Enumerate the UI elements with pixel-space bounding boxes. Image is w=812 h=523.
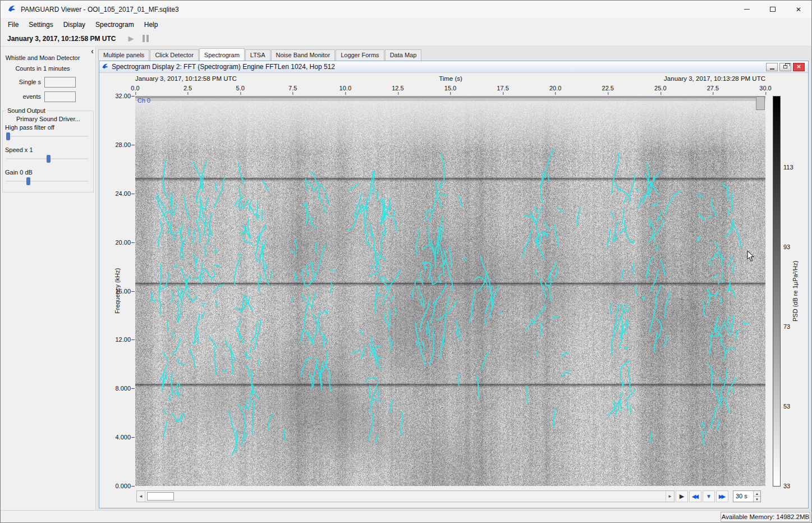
playback-control-bar: ◄ ► ▶ ◀◀ ▼ ▶▶ 30 s ▲ ▼	[99, 489, 808, 504]
time-tick-label: 25.0	[654, 85, 666, 91]
maximize-button[interactable]	[760, 1, 786, 19]
close-icon: ✕	[796, 6, 801, 13]
start-time-label: January 3, 2017, 10:12:58 PM UTC	[135, 75, 237, 82]
menu-spectrogram[interactable]: Spectrogram	[90, 19, 139, 30]
end-time-label: January 3, 2017, 10:13:28 PM UTC	[664, 75, 765, 82]
time-tick-label: 20.0	[549, 85, 561, 91]
time-tick-label: 30.0	[759, 85, 771, 91]
menu-display[interactable]: Display	[58, 19, 90, 30]
spectrogram-plot[interactable]: Ch 0	[135, 96, 765, 486]
close-button[interactable]: ✕	[786, 1, 811, 19]
available-memory: Available Memory: 14982.2MB	[721, 512, 810, 522]
time-tick-label: 17.5	[497, 85, 508, 91]
time-tick-label: 5.0	[236, 85, 245, 91]
channel-label: Ch 0	[137, 97, 150, 104]
tab-logger-forms[interactable]: Logger Forms	[336, 49, 384, 61]
tab-ltsa[interactable]: LTSA	[245, 49, 270, 61]
menu-settings[interactable]: Settings	[24, 19, 58, 30]
whistle-detector-title: Whistle and Moan Detector	[1, 54, 85, 61]
duration-value[interactable]: 30 s	[733, 491, 753, 502]
app-window: { "window": { "title": "PAMGUARD Viewer …	[0, 0, 812, 523]
play-icon[interactable]: ▶	[128, 34, 134, 43]
tab-multiple-panels[interactable]: Multiple panels	[98, 49, 149, 61]
close-icon: ✕	[797, 64, 801, 70]
high-pass-slider[interactable]	[5, 132, 90, 141]
sound-output-title: Sound Output	[6, 107, 47, 114]
time-tick-label: 27.5	[707, 85, 719, 91]
spinner-up-icon[interactable]: ▲	[754, 491, 760, 497]
window-controls: ✕	[734, 1, 811, 19]
sound-driver-label: Primary Sound Driver...	[16, 116, 80, 122]
tab-spectrogram[interactable]: Spectrogram	[199, 48, 245, 61]
counts-label: Counts in 1 minutes	[1, 65, 85, 72]
time-scrollbar[interactable]: ◄ ►	[136, 490, 675, 502]
side-panel: ‹ Whistle and Moan Detector Counts in 1 …	[1, 47, 96, 510]
minimize-button[interactable]	[734, 1, 760, 19]
slider-thumb[interactable]	[26, 177, 30, 185]
step-down-button[interactable]: ▼	[703, 490, 715, 502]
scroll-left-icon[interactable]: ◄	[137, 491, 145, 502]
display-window-title: Spectrogram Display 2: FFT (Spectrogram)…	[112, 63, 335, 71]
tab-bar: Multiple panels Click Detector Spectrogr…	[98, 48, 422, 61]
minimize-icon	[770, 68, 774, 70]
play-button[interactable]: ▶	[676, 490, 688, 502]
gain-slider[interactable]	[5, 177, 90, 186]
high-pass-label: High pass filter off	[5, 124, 54, 131]
time-axis-title: Time (s)	[416, 75, 485, 82]
single-count-field[interactable]	[44, 77, 76, 88]
colorbar-tick-label: 73	[783, 323, 790, 330]
restore-icon	[783, 65, 787, 68]
slider-track	[6, 136, 88, 137]
fast-forward-button[interactable]: ▶▶	[716, 490, 728, 502]
plot-vertical-scrollbar-thumb[interactable]	[756, 97, 765, 110]
time-tick-label: 15.0	[444, 85, 456, 91]
sound-output-group: Sound Output Primary Sound Driver... Hig…	[2, 111, 94, 192]
maximize-icon	[770, 7, 776, 12]
psd-axis-label: PSD (dB re 1µPa²/Hz)	[792, 96, 801, 486]
child-close-button[interactable]: ✕	[793, 63, 805, 71]
events-label: events	[1, 91, 41, 102]
speed-slider[interactable]	[5, 154, 90, 163]
spinner-down-icon[interactable]: ▼	[754, 497, 760, 502]
tab-data-map[interactable]: Data Map	[385, 49, 422, 61]
psd-colorbar	[773, 96, 781, 487]
time-axis: 0.02.55.07.510.012.515.017.520.022.525.0…	[135, 85, 765, 95]
colorbar-tick-label: 53	[783, 403, 790, 410]
frequency-axis-label: Frequency (kHz)	[114, 96, 122, 486]
speed-label: Speed x 1	[5, 146, 33, 153]
menubar: File Settings Display Spectrogram Help	[1, 19, 811, 31]
child-minimize-button[interactable]	[766, 63, 778, 71]
collapse-panel-icon[interactable]: ‹	[91, 47, 94, 56]
slider-thumb[interactable]	[6, 132, 10, 140]
scrollbar-thumb[interactable]	[147, 492, 174, 501]
display-window-icon	[102, 62, 109, 72]
toolbar: January 3, 2017, 10:12:58 PM UTC ▶	[1, 31, 811, 47]
pause-icon[interactable]	[143, 35, 149, 42]
display-window-titlebar[interactable]: Spectrogram Display 2: FFT (Spectrogram)…	[99, 61, 808, 73]
events-count-field[interactable]	[44, 91, 76, 102]
menu-file[interactable]: File	[3, 19, 24, 30]
spectrogram-canvas[interactable]	[135, 96, 765, 486]
duration-spinner[interactable]: 30 s ▲ ▼	[733, 490, 761, 502]
time-tick-label: 22.5	[602, 85, 614, 91]
single-label: Single s	[1, 77, 41, 88]
rewind-button[interactable]: ◀◀	[689, 490, 701, 502]
time-tick-label: 2.5	[183, 85, 192, 91]
titlebar: PAMGUARD Viewer - OOI_105_2017_01_MF.sql…	[1, 1, 811, 19]
colorbar-tick-label: 93	[783, 244, 790, 250]
status-bar: Available Memory: 14982.2MB	[1, 510, 811, 522]
tab-click-detector[interactable]: Click Detector	[150, 49, 198, 61]
slider-thumb[interactable]	[47, 155, 51, 163]
scroll-right-icon[interactable]: ►	[666, 491, 674, 502]
menu-help[interactable]: Help	[139, 19, 163, 30]
minimize-icon	[744, 9, 750, 10]
pamguard-app-icon	[7, 4, 16, 15]
mdi-area: Multiple panels Click Detector Spectrogr…	[97, 47, 811, 510]
window-title: PAMGUARD Viewer - OOI_105_2017_01_MF.sql…	[21, 6, 179, 13]
tab-noise-band-monitor[interactable]: Noise Band Monitor	[271, 49, 336, 61]
mouse-cursor	[747, 250, 755, 262]
time-tick-label: 10.0	[340, 85, 351, 91]
child-restore-button[interactable]	[779, 63, 791, 71]
current-datetime: January 3, 2017, 10:12:58 PM UTC	[7, 35, 116, 43]
time-tick-label: 0.0	[131, 85, 139, 91]
